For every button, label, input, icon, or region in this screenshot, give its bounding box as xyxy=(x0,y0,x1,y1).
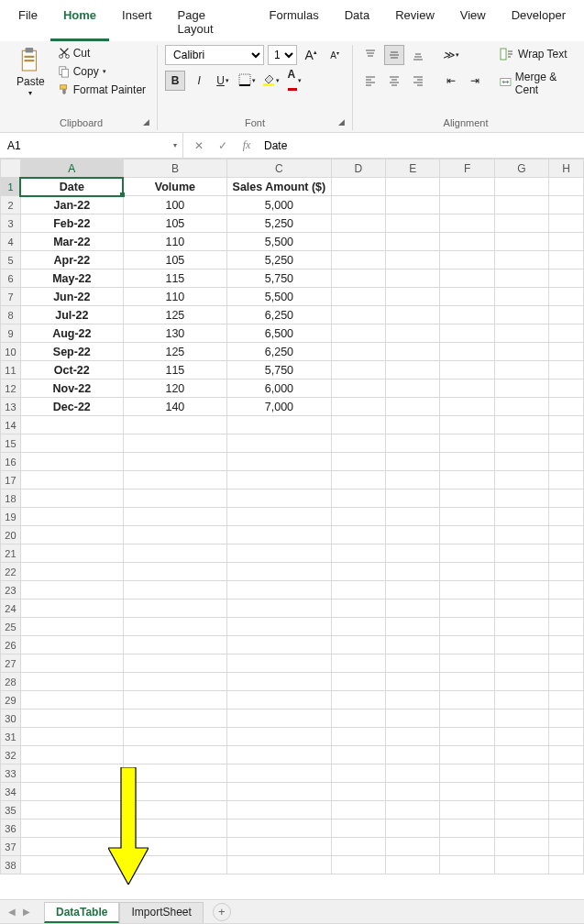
cell[interactable] xyxy=(549,214,584,233)
underline-button[interactable]: U▾ xyxy=(213,71,233,91)
cell[interactable] xyxy=(227,838,332,856)
italic-button[interactable]: I xyxy=(189,71,209,91)
cell[interactable]: 5,500 xyxy=(227,288,332,306)
cell[interactable] xyxy=(440,471,494,490)
cell[interactable]: Jul-22 xyxy=(20,306,123,324)
cell[interactable] xyxy=(20,728,123,746)
paste-button[interactable]: Paste ▾ xyxy=(13,45,49,99)
cell[interactable] xyxy=(494,251,548,270)
cell[interactable]: 100 xyxy=(123,196,226,214)
cell[interactable] xyxy=(494,764,548,783)
cell[interactable]: 115 xyxy=(123,270,226,288)
increase-indent-button[interactable]: ⇥ xyxy=(465,71,485,91)
cell[interactable] xyxy=(549,361,584,380)
cell[interactable] xyxy=(386,453,440,471)
cell[interactable] xyxy=(331,398,385,416)
cell[interactable] xyxy=(386,544,440,563)
cell[interactable] xyxy=(494,801,548,820)
cell[interactable] xyxy=(386,654,440,673)
decrease-font-button[interactable]: A▾ xyxy=(325,45,345,65)
font-color-button[interactable]: A ▾ xyxy=(284,71,304,91)
cell[interactable] xyxy=(494,618,548,636)
cell[interactable] xyxy=(549,563,584,581)
cell[interactable] xyxy=(549,691,584,710)
dialog-launcher-icon[interactable]: ◢ xyxy=(143,117,149,126)
cell[interactable] xyxy=(20,856,123,874)
cell[interactable] xyxy=(386,581,440,600)
cell[interactable] xyxy=(494,856,548,874)
bold-button[interactable]: B xyxy=(165,71,185,91)
cell[interactable] xyxy=(386,563,440,581)
cell[interactable] xyxy=(123,654,226,673)
row-header[interactable]: 5 xyxy=(1,251,21,270)
cell[interactable] xyxy=(227,581,332,600)
cell[interactable] xyxy=(386,178,440,196)
cell[interactable]: 120 xyxy=(123,380,226,398)
cell[interactable] xyxy=(123,856,226,874)
cell[interactable] xyxy=(549,728,584,746)
column-header[interactable]: C xyxy=(227,160,332,178)
cell[interactable] xyxy=(386,764,440,783)
cell[interactable] xyxy=(331,306,385,324)
cell[interactable] xyxy=(440,783,494,801)
cell[interactable] xyxy=(494,490,548,508)
cell[interactable] xyxy=(549,838,584,856)
cell[interactable] xyxy=(386,324,440,343)
cell[interactable] xyxy=(494,471,548,490)
select-all-corner[interactable] xyxy=(1,160,21,178)
row-header[interactable]: 36 xyxy=(1,820,21,838)
cell[interactable] xyxy=(123,783,226,801)
fx-icon[interactable]: fx xyxy=(238,138,255,152)
cell[interactable]: 125 xyxy=(123,306,226,324)
cell[interactable] xyxy=(20,654,123,673)
cell[interactable] xyxy=(494,233,548,251)
cancel-formula-button[interactable]: ✕ xyxy=(191,139,207,152)
cell[interactable] xyxy=(440,380,494,398)
cell[interactable] xyxy=(386,728,440,746)
add-sheet-button[interactable]: + xyxy=(213,903,231,921)
cell[interactable] xyxy=(386,710,440,728)
format-painter-button[interactable]: Format Painter xyxy=(54,82,149,98)
cell[interactable] xyxy=(386,820,440,838)
cell[interactable] xyxy=(494,324,548,343)
column-header[interactable]: E xyxy=(386,160,440,178)
cell[interactable] xyxy=(331,563,385,581)
row-header[interactable]: 37 xyxy=(1,838,21,856)
cell[interactable]: 5,750 xyxy=(227,361,332,380)
cell[interactable] xyxy=(386,508,440,526)
cell[interactable] xyxy=(20,801,123,820)
row-header[interactable]: 20 xyxy=(1,526,21,544)
ribbon-tab-home[interactable]: Home xyxy=(50,4,109,41)
cell[interactable] xyxy=(20,416,123,434)
cell[interactable] xyxy=(549,233,584,251)
cell[interactable] xyxy=(331,728,385,746)
cell[interactable] xyxy=(227,654,332,673)
cell[interactable] xyxy=(386,618,440,636)
cell[interactable] xyxy=(549,636,584,654)
chevron-down-icon[interactable]: ▾ xyxy=(173,141,177,149)
column-header[interactable]: A xyxy=(20,160,123,178)
ribbon-tab-data[interactable]: Data xyxy=(332,4,382,41)
ribbon-tab-view[interactable]: View xyxy=(447,4,499,41)
align-right-button[interactable] xyxy=(408,71,428,91)
cell[interactable] xyxy=(331,251,385,270)
cell[interactable] xyxy=(494,581,548,600)
cell[interactable]: 5,250 xyxy=(227,214,332,233)
cell[interactable] xyxy=(440,856,494,874)
cell[interactable] xyxy=(494,214,548,233)
row-header[interactable]: 18 xyxy=(1,490,21,508)
row-header[interactable]: 31 xyxy=(1,728,21,746)
row-header[interactable]: 35 xyxy=(1,801,21,820)
cell[interactable] xyxy=(549,581,584,600)
cell[interactable] xyxy=(20,544,123,563)
cell[interactable] xyxy=(331,691,385,710)
row-header[interactable]: 13 xyxy=(1,398,21,416)
row-header[interactable]: 32 xyxy=(1,746,21,764)
cell[interactable] xyxy=(331,581,385,600)
cell[interactable] xyxy=(331,801,385,820)
cell[interactable] xyxy=(386,746,440,764)
cell[interactable] xyxy=(386,783,440,801)
worksheet[interactable]: ABCDEFGH1DateVolumeSales Amount ($)2Jan-… xyxy=(0,159,584,899)
cell[interactable]: Apr-22 xyxy=(20,251,123,270)
column-header[interactable]: F xyxy=(440,160,494,178)
